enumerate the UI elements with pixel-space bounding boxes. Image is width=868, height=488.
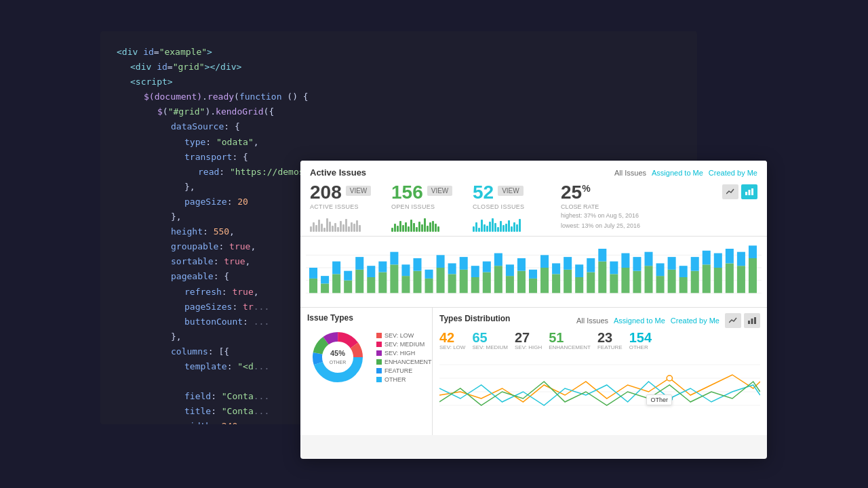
svg-rect-67 — [656, 276, 665, 293]
dist-sev-medium-number: 65 — [472, 331, 508, 344]
tab-dist-assigned[interactable]: Assigned to Me — [614, 317, 665, 325]
svg-rect-70 — [668, 257, 676, 270]
svg-rect-69 — [668, 270, 676, 293]
dist-feature: 23 FEATURE — [597, 331, 623, 350]
svg-rect-59 — [610, 274, 618, 293]
dist-sev-low-label: SEV: LOW — [439, 344, 465, 350]
open-issues-metric: 156 VIEW OPEN ISSUES — [391, 183, 473, 232]
svg-rect-61 — [621, 268, 629, 293]
active-issues-number: 208 — [310, 183, 342, 202]
svg-rect-17 — [367, 277, 375, 293]
svg-rect-12 — [332, 262, 340, 274]
dist-sev-high-label: SEV: HIGH — [515, 344, 542, 350]
types-dist-header: Types Distribution All Issues Assigned t… — [439, 313, 760, 328]
open-issues-view-btn[interactable]: VIEW — [427, 186, 453, 196]
dist-other-number: 154 — [629, 331, 652, 344]
legend-sev-high: SEV: HIGH — [376, 350, 432, 357]
trend-icon[interactable] — [722, 184, 738, 199]
dashboard-panel: Active Issues All Issues Assigned to Me … — [300, 161, 767, 459]
legend-sev-medium: SEV: MEDIUM — [376, 341, 432, 348]
dist-enhancement-number: 51 — [549, 331, 591, 344]
svg-rect-10 — [321, 276, 329, 283]
tab-dist-all[interactable]: All Issues — [576, 317, 608, 325]
svg-rect-13 — [344, 281, 352, 293]
svg-rect-39 — [494, 266, 502, 293]
svg-rect-23 — [401, 276, 410, 293]
dist-trend-icon[interactable] — [725, 313, 741, 328]
svg-rect-68 — [656, 263, 665, 276]
active-issues-view-btn[interactable]: VIEW — [346, 186, 372, 196]
dist-enhancement-label: ENHANCEMENT — [549, 344, 591, 350]
svg-rect-19 — [378, 272, 387, 293]
close-rate-icons — [722, 184, 757, 199]
svg-rect-47 — [540, 268, 549, 293]
types-distribution-panel: Types Distribution All Issues Assigned t… — [433, 308, 767, 435]
chart-tooltip: OTher — [646, 394, 672, 405]
svg-text:45%: 45% — [330, 349, 345, 357]
svg-rect-14 — [344, 271, 352, 281]
tab-all-issues[interactable]: All Issues — [614, 169, 646, 177]
svg-rect-56 — [587, 258, 595, 272]
svg-rect-42 — [506, 264, 514, 276]
svg-text:OTHER: OTHER — [330, 360, 347, 365]
svg-rect-40 — [494, 253, 502, 266]
types-dist-icons — [725, 313, 760, 328]
dist-sev-low: 42 SEV: LOW — [439, 331, 465, 350]
svg-rect-15 — [355, 270, 363, 293]
types-dist-tabs: All Issues Assigned to Me Created by Me — [576, 317, 719, 325]
closed-issues-label: CLOSED ISSUES — [473, 203, 540, 210]
tab-dist-created[interactable]: Created by Me — [671, 317, 719, 325]
svg-rect-51 — [564, 270, 572, 293]
bottom-panels: Issue Types 45% OTHER — [300, 308, 767, 435]
svg-rect-73 — [691, 271, 699, 293]
svg-rect-26 — [413, 258, 421, 271]
svg-rect-75 — [703, 264, 711, 293]
svg-rect-95 — [754, 317, 756, 324]
svg-rect-65 — [644, 266, 652, 293]
svg-rect-71 — [679, 277, 688, 293]
svg-rect-31 — [448, 274, 456, 293]
svg-rect-1 — [749, 190, 751, 195]
bar-chart — [300, 237, 767, 308]
bar-chart-icon[interactable] — [741, 184, 757, 199]
active-issues-metric: 208 VIEW ACTIVE ISSUES — [310, 183, 391, 232]
legend-other: OTHER — [376, 376, 432, 383]
issue-types-panel: Issue Types 45% OTHER — [300, 308, 433, 435]
closed-issues-view-btn[interactable]: VIEW — [498, 186, 524, 196]
line-chart-svg — [439, 354, 760, 419]
dist-sev-high-number: 27 — [515, 331, 542, 344]
svg-rect-20 — [378, 262, 387, 272]
svg-rect-72 — [679, 266, 688, 277]
closed-issues-metric: 52 VIEW CLOSED ISSUES — [473, 183, 554, 232]
open-issues-sparkline — [391, 213, 459, 232]
svg-rect-77 — [714, 268, 722, 293]
svg-rect-45 — [529, 279, 537, 293]
svg-rect-79 — [726, 263, 734, 293]
svg-rect-78 — [714, 253, 722, 268]
legend-sev-low: SEV: LOW — [376, 332, 432, 339]
dist-sev-high: 27 SEV: HIGH — [515, 331, 542, 350]
svg-rect-94 — [751, 319, 753, 324]
dist-bar-icon[interactable] — [744, 313, 760, 328]
legend-feature: FEATURE — [376, 367, 432, 374]
svg-rect-74 — [691, 257, 699, 271]
active-issues-panel: Active Issues All Issues Assigned to Me … — [300, 161, 767, 237]
svg-rect-41 — [506, 276, 514, 293]
dist-feature-label: FEATURE — [597, 344, 623, 350]
legend-enhancement: ENHANCEMENT — [376, 359, 432, 365]
dist-other-label: OTHER — [629, 344, 652, 350]
svg-rect-18 — [367, 266, 375, 277]
svg-rect-58 — [598, 249, 606, 262]
svg-rect-34 — [460, 257, 468, 270]
issue-types-title: Issue Types — [307, 313, 425, 323]
svg-rect-2 — [751, 188, 753, 195]
svg-rect-38 — [483, 262, 491, 272]
svg-rect-11 — [332, 274, 340, 293]
svg-rect-44 — [517, 258, 526, 271]
tab-created-by-me[interactable]: Created by Me — [709, 169, 757, 177]
tab-assigned-to-me[interactable]: Assigned to Me — [652, 169, 703, 177]
svg-rect-29 — [437, 268, 445, 293]
donut-chart: 45% OTHER — [307, 327, 368, 388]
metrics-row: 208 VIEW ACTIVE ISSUES — [310, 183, 757, 232]
svg-rect-66 — [644, 252, 652, 266]
